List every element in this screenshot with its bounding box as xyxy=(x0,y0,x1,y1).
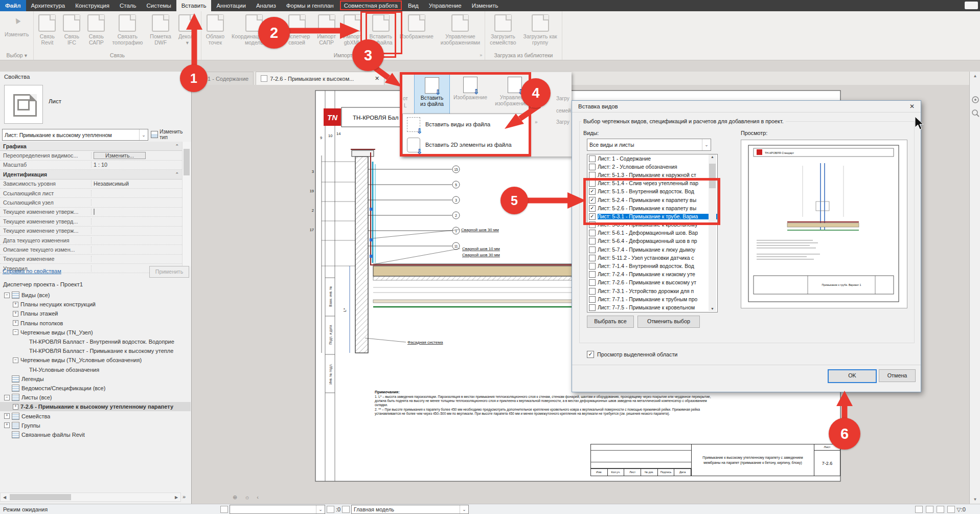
browser-item[interactable]: Связанные файлы Revit xyxy=(0,430,191,439)
sheet-list-item[interactable]: Лист: 7-2.6 - Примыкание к высокому ут xyxy=(587,279,717,287)
browser-item[interactable]: +Планы потолков xyxy=(0,319,191,328)
browser-item[interactable]: −Чертежные виды (TN_Условные обозначения… xyxy=(0,355,191,365)
checkbox-icon[interactable] xyxy=(589,279,596,286)
menu-tab-10[interactable]: Совместная работа xyxy=(339,0,403,11)
browser-item[interactable]: Легенды xyxy=(0,374,191,384)
checkbox-icon[interactable] xyxy=(589,155,596,162)
main-model-select[interactable]: Главная модель⌄ xyxy=(351,505,469,514)
dialog-titlebar[interactable]: Вставка видов ✕ xyxy=(572,101,921,113)
browser-item[interactable]: +Планы этажей xyxy=(0,309,191,318)
select-all-button[interactable]: Выбрать все xyxy=(587,316,634,328)
menu-tab-11[interactable]: Вид xyxy=(403,0,424,11)
menu-tab-12[interactable]: Управление xyxy=(424,0,467,11)
browser-item[interactable]: +Группы xyxy=(0,421,191,430)
browser-item[interactable]: Ведомости/Спецификации (все) xyxy=(0,384,191,393)
tree-expander-icon[interactable]: + xyxy=(13,404,18,410)
properties-scrollbar[interactable] xyxy=(182,142,191,266)
browser-item[interactable]: −Листы (все) xyxy=(0,393,191,402)
sheet-list-item[interactable]: Лист: 5-11.2 - Узел установки датчика с xyxy=(587,254,717,262)
checkbox-icon[interactable] xyxy=(589,238,596,244)
window-button[interactable] xyxy=(965,2,978,9)
properties-help-link[interactable]: Справка по свойствам xyxy=(3,268,61,274)
status-icon[interactable] xyxy=(915,506,923,513)
close-icon[interactable]: ✕ xyxy=(903,103,921,110)
tree-expander-icon[interactable]: + xyxy=(4,422,10,428)
menu-tab-4[interactable]: Сталь xyxy=(115,0,142,11)
menu-tab-13[interactable]: Изменить xyxy=(467,0,504,11)
checkbox-icon[interactable] xyxy=(589,296,596,303)
browser-item[interactable]: ТН-Условные обозначения xyxy=(0,365,191,374)
chevron-down-icon[interactable]: ⌄ xyxy=(139,129,148,140)
checkbox-icon[interactable]: ✓ xyxy=(587,351,594,358)
browser-item[interactable]: +Семейства xyxy=(0,411,191,420)
browser-item[interactable]: −Виды (все) xyxy=(0,290,191,300)
menu-tab-3[interactable]: Конструкция xyxy=(70,0,115,11)
ribbon-button-пометка-dwf[interactable]: ПометкаDWF xyxy=(146,13,175,47)
sheet-list-item[interactable]: Лист: 7-3.1 - Устройство дорожки для п xyxy=(587,287,717,295)
browser-item[interactable]: −Чертежные виды (TN_Узел) xyxy=(0,328,191,337)
type-selector[interactable]: Лист: Примыкание к высокому утепленном ⌄ xyxy=(2,129,148,141)
design-option-select[interactable]: ⌄ xyxy=(230,505,325,514)
tree-expander-icon[interactable]: + xyxy=(4,413,10,419)
ok-button[interactable]: OK xyxy=(828,369,877,383)
checkbox-icon[interactable] xyxy=(589,304,596,311)
ribbon-button-связать-топографию[interactable]: Связатьтопографию xyxy=(108,13,146,47)
sheet-list-item[interactable]: Лист: 1 - Содержание xyxy=(587,154,717,163)
status-icon[interactable] xyxy=(342,506,350,513)
right-navigation-strip[interactable]: ▲ ▼ xyxy=(969,72,980,504)
checkbox-icon[interactable] xyxy=(589,271,596,278)
ribbon-button-связь-ifc[interactable]: СвязьIFC xyxy=(59,13,84,47)
sheet-list-item[interactable]: Лист: 5-6.4 - Деформационный шов в пр xyxy=(587,237,717,245)
menu-tab-6[interactable]: Вставить xyxy=(176,0,212,11)
status-icon[interactable] xyxy=(947,506,955,513)
sheet-list-item[interactable]: Лист: 7-7.5 - Примыкание к кровельном xyxy=(587,303,717,311)
sheet-list-item[interactable]: Лист: 7-7.1 - Примыкание к трубным про xyxy=(587,295,717,303)
browser-item[interactable]: ТН-КРОВЛЯ Балласт - Внутренний водосток.… xyxy=(0,337,191,346)
canvas-bottom-icons[interactable]: ⊕☼‹ xyxy=(233,494,266,501)
tree-expander-icon[interactable]: − xyxy=(13,329,18,335)
edit-type-button[interactable]: Изменить тип xyxy=(150,129,190,140)
checkbox-icon[interactable] xyxy=(589,263,596,270)
cancel-button[interactable]: Отмена xyxy=(879,369,916,382)
edit-overrides-button[interactable]: Изменить... xyxy=(94,152,146,159)
property-value[interactable] xyxy=(92,209,182,215)
ribbon-button-связь-revit[interactable]: СвязьRevit xyxy=(35,13,59,47)
sheet-list-item[interactable]: Лист: 7-2.4 - Примыкание к низкому уте xyxy=(587,271,717,279)
ribbon-button-облако-точек[interactable]: Облакоточек xyxy=(202,13,228,47)
panel-overflow-icon[interactable]: » xyxy=(183,494,186,500)
status-icon[interactable] xyxy=(937,506,944,513)
apply-button[interactable]: Применить xyxy=(149,266,189,278)
menu-tab-7[interactable]: Аннотации xyxy=(211,0,250,11)
browser-item[interactable]: +Планы несущих конструкций xyxy=(0,300,191,309)
menu-tab-9[interactable]: Формы и генплан xyxy=(281,0,339,11)
menu-tab-5[interactable]: Системы xyxy=(142,0,176,11)
ribbon-button-загрузить-как-группу[interactable]: Загрузить какгруппу xyxy=(520,13,561,47)
tree-expander-icon[interactable]: − xyxy=(4,293,10,298)
status-icon[interactable] xyxy=(926,506,933,513)
menu-tab-2[interactable]: Архитектура xyxy=(26,0,71,11)
checkbox-icon[interactable] xyxy=(589,255,596,261)
property-value[interactable]: Независимый xyxy=(92,181,182,187)
menu-tab-8[interactable]: Анализ xyxy=(251,0,281,11)
views-filter-select[interactable]: Все виды и листы ⌄ xyxy=(587,139,711,151)
group-expand-icon[interactable]: » xyxy=(480,53,482,58)
filter-icon[interactable]: ▽ xyxy=(956,506,961,513)
sheet-list-item[interactable]: Лист: 5-7.4 - Примыкание к люку дымоу xyxy=(587,245,717,254)
status-icon[interactable] xyxy=(220,506,228,513)
menu-tab-1[interactable]: Файл xyxy=(0,0,26,11)
checkbox-icon[interactable] xyxy=(589,230,596,236)
sheet-list-item[interactable]: Лист: 2 - Условные обозначения xyxy=(587,163,717,171)
tree-expander-icon[interactable]: + xyxy=(13,311,18,317)
chevron-down-icon[interactable]: ⌄ xyxy=(702,139,711,150)
checkbox-icon[interactable] xyxy=(589,247,596,253)
sheet-list-item[interactable]: Лист: 5-6.1 - Деформационный шов. Вар xyxy=(587,229,717,237)
tree-expander-icon[interactable]: + xyxy=(13,302,18,307)
tree-expander-icon[interactable]: − xyxy=(4,395,10,400)
tree-expander-icon[interactable]: + xyxy=(13,320,18,326)
checkbox-icon[interactable] xyxy=(589,164,596,170)
checkbox[interactable] xyxy=(94,209,95,215)
status-icon[interactable] xyxy=(327,506,334,513)
browser-item[interactable]: +7-2.6 - Примыкание к высокому утепленно… xyxy=(0,402,191,411)
sheet-list-item[interactable]: Лист: 7-1.4 - Внутренний водосток. Вод xyxy=(587,262,717,270)
ribbon-button-управление-изображениями[interactable]: Управлениеизображениями xyxy=(437,13,484,47)
